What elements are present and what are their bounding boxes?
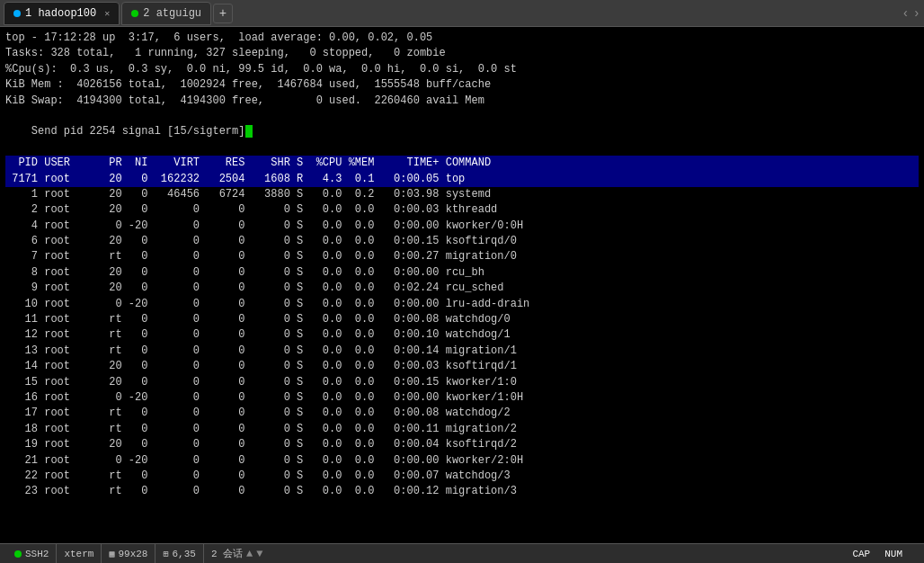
top-line-3: %Cpu(s): 0.3 us, 0.3 sy, 0.0 ni, 99.5 id…: [5, 62, 919, 77]
table-row: 7171 root 20 0 162232 2504 1608 R 4.3 0.…: [5, 172, 919, 187]
new-tab-button[interactable]: +: [213, 4, 233, 23]
size-label: 99x28: [118, 549, 147, 559]
sessions-up-icon[interactable]: ▲: [246, 548, 253, 560]
arrow-left-icon[interactable]: ‹: [902, 6, 909, 21]
table-row: 16 root 0 -20 0 0 0 S 0.0 0.0 0:00.00 kw…: [5, 390, 919, 406]
process-table-header: PID USER PR NI VIRT RES SHR S %CPU %MEM …: [5, 156, 919, 171]
table-row: 4 root 0 -20 0 0 0 S 0.0 0.0 0:00.00 kwo…: [5, 219, 919, 234]
zoom-label: 6,35: [173, 549, 196, 559]
grid-icon: ▦: [109, 549, 114, 559]
table-row: 1 root 20 0 46456 6724 3880 S 0.0 0.2 0:…: [5, 187, 919, 202]
table-row: 17 root rt 0 0 0 0 S 0.0 0.0 0:00.08 wat…: [5, 406, 919, 421]
tab1-label: 1 hadoop100: [25, 7, 96, 20]
app-label: xterm: [64, 549, 93, 559]
tab1-dot: [13, 10, 21, 17]
top-line-4: KiB Mem : 4026156 total, 1002924 free, 1…: [5, 77, 919, 93]
table-row: 2 root 20 0 0 0 0 S 0.0 0.0 0:00.03 kthr…: [5, 202, 919, 218]
top-line-2: Tasks: 328 total, 1 running, 327 sleepin…: [5, 46, 919, 61]
table-row: 23 root rt 0 0 0 0 S 0.0 0.0 0:00.12 mig…: [5, 484, 919, 499]
table-row: 11 root rt 0 0 0 0 S 0.0 0.0 0:00.08 wat…: [5, 312, 919, 327]
titlebar: 1 hadoop100 ✕ 2 atguigu + ‹ ›: [0, 0, 924, 27]
arrow-right-icon[interactable]: ›: [913, 6, 920, 21]
tab-1[interactable]: 1 hadoop100 ✕: [4, 2, 120, 25]
table-row: 9 root 20 0 0 0 0 S 0.0 0.0 0:02.24 rcu_…: [5, 281, 919, 296]
tab2-dot: [131, 10, 138, 17]
table-row: 6 root 20 0 0 0 0 S 0.0 0.0 0:00.15 ksof…: [5, 234, 919, 249]
send-pid-text: Send pid 2254 signal [15/sigterm]: [31, 125, 245, 138]
num-label: NUM: [881, 549, 906, 559]
ssh-label: SSH2: [25, 549, 49, 559]
top-line-1: top - 17:12:28 up 3:17, 6 users, load av…: [5, 31, 919, 46]
zoom-section: ⊞ 6,35: [155, 544, 202, 563]
top-line-5: KiB Swap: 4194300 total, 4194300 free, 0…: [5, 94, 919, 109]
table-row: 7 root rt 0 0 0 0 S 0.0 0.0 0:00.27 migr…: [5, 249, 919, 264]
table-row: 14 root 20 0 0 0 0 S 0.0 0.0 0:00.03 kso…: [5, 359, 919, 374]
table-row: 22 root rt 0 0 0 0 S 0.0 0.0 0:00.07 wat…: [5, 469, 919, 484]
process-table-body: 7171 root 20 0 162232 2504 1608 R 4.3 0.…: [5, 172, 919, 500]
table-row: 8 root 20 0 0 0 0 S 0.0 0.0 0:00.00 rcu_…: [5, 265, 919, 281]
statusbar: SSH2 xterm ▦ 99x28 ⊞ 6,35 2 会话 ▲ ▼ CAP N…: [0, 543, 924, 563]
sessions-down-icon[interactable]: ▼: [256, 548, 262, 560]
table-row: 18 root rt 0 0 0 0 S 0.0 0.0 0:00.11 mig…: [5, 422, 919, 437]
sessions-section: 2 会话 ▲ ▼: [203, 544, 271, 563]
table-row: 12 root rt 0 0 0 0 S 0.0 0.0 0:00.10 wat…: [5, 327, 919, 343]
table-row: 13 root rt 0 0 0 0 S 0.0 0.0 0:00.14 mig…: [5, 344, 919, 359]
terminal[interactable]: top - 17:12:28 up 3:17, 6 users, load av…: [0, 27, 924, 543]
tab2-label: 2 atguigu: [143, 7, 201, 20]
table-row: 21 root 0 -20 0 0 0 S 0.0 0.0 0:00.00 kw…: [5, 453, 919, 469]
connection-dot: [14, 550, 22, 558]
sessions-label: 2 会话: [211, 547, 243, 560]
tab-2[interactable]: 2 atguigu: [121, 2, 211, 25]
tab1-close[interactable]: ✕: [104, 8, 110, 19]
table-row: 10 root 0 -20 0 0 0 S 0.0 0.0 0:00.00 lr…: [5, 297, 919, 312]
send-pid-line: Send pid 2254 signal [15/sigterm]: [5, 109, 919, 156]
app-section: xterm: [56, 544, 101, 563]
scrollbar-area: [906, 544, 917, 563]
table-row: 19 root 20 0 0 0 0 S 0.0 0.0 0:00.04 kso…: [5, 437, 919, 452]
cursor: [245, 125, 253, 138]
cap-label: CAP: [848, 549, 874, 559]
ssh-section: SSH2: [7, 544, 56, 563]
size-section: ▦ 99x28: [101, 544, 155, 563]
titlebar-arrows: ‹ ›: [902, 6, 920, 21]
cap-num-section: CAP NUM: [848, 549, 906, 559]
table-row: 15 root 20 0 0 0 0 S 0.0 0.0 0:00.15 kwo…: [5, 375, 919, 390]
zoom-icon: ⊞: [163, 549, 168, 559]
